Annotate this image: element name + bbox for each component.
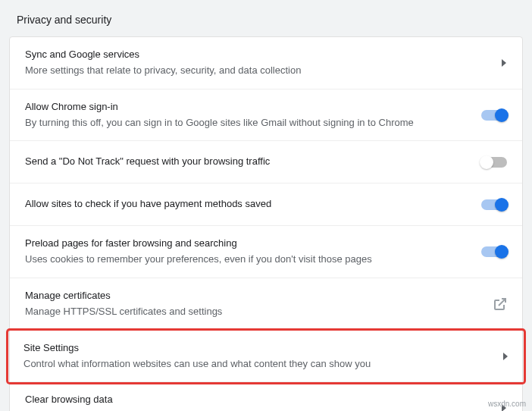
row-title: Sync and Google services [25, 48, 492, 62]
row-sync-google-services[interactable]: Sync and Google services More settings t… [10, 37, 522, 89]
row-title: Preload pages for faster browsing and se… [25, 237, 472, 251]
row-text: Allow sites to check if you have payment… [25, 197, 472, 212]
row-subtitle: Manage HTTPS/SSL certificates and settin… [25, 305, 484, 319]
row-title: Site Settings [23, 341, 493, 356]
toggle-on-icon [481, 246, 507, 257]
row-subtitle: By turning this off, you can sign in to … [25, 116, 472, 130]
row-subtitle: Uses cookies to remember your preference… [25, 253, 472, 267]
chevron-right-icon [501, 59, 507, 67]
row-text: Manage certificates Manage HTTPS/SSL cer… [25, 289, 484, 319]
row-title: Clear browsing data [25, 393, 492, 407]
external-link-icon [493, 297, 507, 311]
row-subtitle: More settings that relate to privacy, se… [25, 64, 492, 78]
row-text: Clear browsing data Clear history, cooki… [25, 393, 492, 411]
row-text: Allow Chrome sign-in By turning this off… [25, 100, 472, 130]
section-title: Privacy and security [9, 9, 523, 36]
row-text: Sync and Google services More settings t… [25, 48, 492, 78]
toggle-do-not-track[interactable] [481, 157, 507, 168]
toggle-on-icon [481, 110, 507, 121]
chevron-right-icon [502, 353, 509, 360]
toggle-preload-pages[interactable] [481, 246, 507, 257]
row-title: Allow Chrome sign-in [25, 100, 472, 115]
watermark: wsxdn.com [488, 400, 526, 408]
row-title: Allow sites to check if you have payment… [25, 197, 472, 212]
row-title: Manage certificates [25, 289, 484, 303]
row-text: Send a "Do Not Track" request with your … [25, 155, 472, 169]
row-text: Preload pages for faster browsing and se… [25, 237, 472, 267]
row-do-not-track[interactable]: Send a "Do Not Track" request with your … [10, 141, 522, 184]
row-text: Site Settings Control what information w… [23, 341, 493, 372]
toggle-on-icon [481, 199, 507, 210]
row-allow-chrome-sign-in[interactable]: Allow Chrome sign-in By turning this off… [10, 89, 522, 142]
settings-card: Sync and Google services More settings t… [9, 36, 523, 411]
row-preload-pages[interactable]: Preload pages for faster browsing and se… [10, 226, 522, 278]
toggle-off-icon [481, 157, 507, 168]
row-title: Send a "Do Not Track" request with your … [25, 155, 472, 169]
row-manage-certificates[interactable]: Manage certificates Manage HTTPS/SSL cer… [10, 278, 522, 331]
privacy-security-page: Privacy and security Sync and Google ser… [0, 0, 532, 411]
row-site-settings[interactable]: Site Settings Control what information w… [8, 331, 524, 383]
row-clear-browsing-data[interactable]: Clear browsing data Clear history, cooki… [10, 382, 522, 411]
toggle-payment-methods[interactable] [481, 199, 507, 210]
toggle-allow-chrome-sign-in[interactable] [481, 110, 507, 121]
row-payment-methods-check[interactable]: Allow sites to check if you have payment… [10, 184, 522, 226]
row-subtitle: Control what information websites can us… [23, 357, 493, 372]
